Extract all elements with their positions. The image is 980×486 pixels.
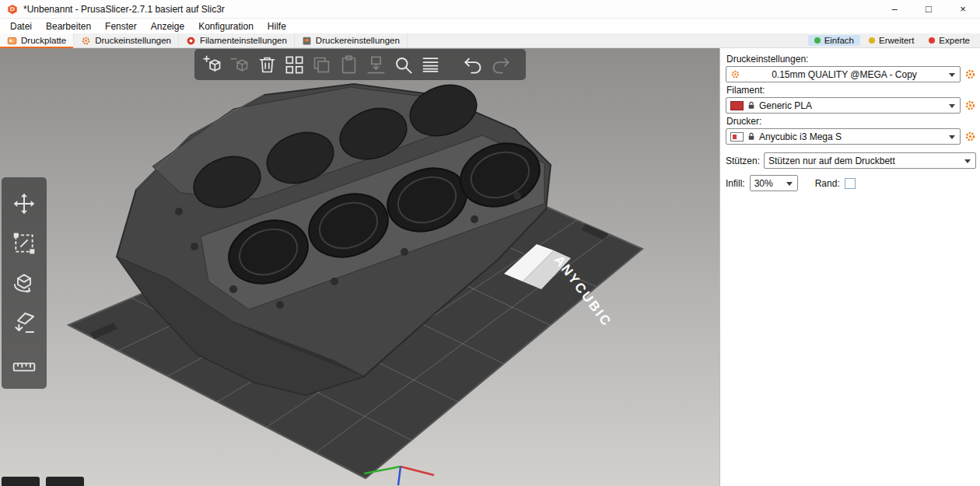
printer-profile-value: Anycubic i3 Mega S [759, 131, 842, 142]
tab-druckplatte[interactable]: Druckplatte [0, 33, 74, 47]
chevron-down-icon [949, 135, 955, 139]
gear-icon [964, 68, 976, 80]
left-toolbar [2, 177, 47, 389]
infill-combo[interactable]: 30% [750, 175, 798, 191]
redo-button[interactable] [490, 54, 511, 75]
search-button[interactable] [393, 54, 414, 75]
delete-all-button[interactable] [257, 54, 278, 75]
printer-profile-combo[interactable]: Anycubic i3 Mega S [726, 128, 961, 145]
paste-icon [338, 54, 359, 75]
mode-dot-green [814, 37, 821, 44]
printer-settings-gear-button[interactable] [964, 131, 976, 142]
menu-item-datei[interactable]: Datei [3, 21, 39, 32]
scale-icon [12, 231, 37, 256]
mode-dot-yellow [869, 37, 875, 44]
mode-label: Erweitert [879, 36, 914, 45]
redo-icon [490, 54, 511, 75]
menu-item-hilfe[interactable]: Hilfe [261, 21, 293, 32]
scale-button[interactable] [12, 231, 37, 256]
copy-button[interactable] [311, 54, 332, 75]
copy-icon [311, 54, 332, 75]
window-close-button[interactable]: × [946, 0, 980, 18]
infill-label: Infill: [726, 178, 745, 189]
move-icon [12, 191, 37, 216]
printer-settings-icon [302, 36, 312, 46]
remove-object-button[interactable] [229, 54, 250, 75]
gear-icon [964, 131, 976, 142]
mode-erweitert[interactable]: Erweitert [863, 35, 920, 46]
main-area: ANYCUBIC [0, 48, 980, 486]
window-maximize-button[interactable]: □ [912, 0, 946, 18]
app-logo-icon [7, 4, 18, 15]
place-on-bed-button[interactable] [366, 54, 387, 75]
variable-layer-height-button[interactable] [420, 54, 441, 75]
mode-label: Einfach [824, 36, 854, 45]
settings-sidebar: Druckeinstellungen: 0.15mm QUALITY @MEGA… [719, 48, 980, 486]
place-on-face-button[interactable] [12, 310, 37, 335]
print-profile-combo[interactable]: 0.15mm QUALITY @MEGA - Copy [726, 66, 961, 82]
mode-einfach[interactable]: Einfach [808, 35, 860, 46]
delete-all-icon [257, 54, 278, 75]
search-icon [393, 54, 414, 75]
filament-profile-value: Generic PLA [759, 100, 812, 111]
lock-icon [747, 100, 755, 110]
variable-layer-height-icon [420, 54, 441, 75]
rotate-button[interactable] [12, 271, 37, 295]
chevron-down-icon [949, 104, 955, 108]
editor-view-thumbnail[interactable] [0, 475, 41, 486]
measure-icon [12, 350, 37, 375]
arrange-button[interactable] [284, 54, 305, 75]
window-minimize-button[interactable]: – [877, 0, 912, 18]
printer-swatch-icon [730, 132, 744, 142]
chevron-down-icon [964, 159, 971, 163]
print-profile-value: 0.15mm QUALITY @MEGA - Copy [744, 69, 944, 80]
chevron-down-icon [949, 73, 955, 77]
move-button[interactable] [12, 191, 37, 216]
add-object-button[interactable] [202, 54, 223, 75]
menubar: Datei Bearbeiten Fenster Anzeige Konfigu… [0, 19, 980, 33]
measure-button[interactable] [12, 350, 37, 375]
supports-combo[interactable]: Stützen nur auf dem Druckbett [764, 152, 976, 169]
rotate-icon [12, 271, 37, 295]
menu-item-bearbeiten[interactable]: Bearbeiten [39, 21, 98, 32]
tab-druckereinstellungen[interactable]: Druckereinstellungen [295, 33, 408, 47]
supports-label: Stützen: [726, 156, 760, 166]
brim-label: Rand: [815, 178, 840, 189]
tab-label: Druckeinstellungen [95, 36, 171, 45]
menu-item-fenster[interactable]: Fenster [98, 21, 144, 32]
chevron-down-icon [786, 182, 793, 186]
tab-label: Druckplatte [21, 36, 66, 45]
filament-profile-combo[interactable]: Generic PLA [726, 97, 961, 114]
titlebar: *Unbenannt - PrusaSlicer-2.7.1 basiert a… [0, 0, 980, 19]
top-toolbar [194, 49, 526, 80]
supports-value: Stützen nur auf dem Druckbett [768, 156, 895, 166]
remove-object-icon [229, 54, 250, 75]
lock-icon [747, 131, 755, 142]
viewport-3d[interactable]: ANYCUBIC [0, 48, 719, 486]
mode-label: Experte [939, 36, 970, 45]
print-settings-gear-button[interactable] [964, 68, 976, 80]
tab-label: Druckereinstellungen [316, 36, 400, 45]
place-on-bed-icon [366, 54, 387, 75]
printer-label: Drucker: [726, 116, 975, 127]
gear-icon [964, 100, 976, 111]
scene-canvas[interactable]: ANYCUBIC [0, 48, 719, 486]
filament-settings-gear-button[interactable] [964, 100, 976, 111]
mode-dot-red [929, 37, 935, 44]
filament-label: Filament: [726, 85, 975, 96]
preview-view-thumbnail[interactable] [44, 475, 86, 486]
menu-item-anzeige[interactable]: Anzeige [144, 21, 191, 32]
filament-color-swatch [730, 101, 744, 110]
brim-checkbox[interactable] [845, 178, 856, 189]
view-thumbnails [0, 475, 86, 486]
tabbar: Druckplatte Druckeinstellungen Filamente… [0, 33, 980, 48]
mode-experte[interactable]: Experte [922, 35, 976, 46]
print-settings-label: Druckeinstellungen: [726, 54, 975, 65]
undo-button[interactable] [463, 54, 484, 75]
menu-item-konfiguration[interactable]: Konfiguration [191, 21, 261, 32]
tab-druckeinstellungen[interactable]: Druckeinstellungen [74, 33, 179, 47]
tab-filamenteinstellungen[interactable]: Filamenteinstellungen [179, 33, 295, 47]
place-on-face-icon [12, 310, 37, 335]
profile-gear-icon [730, 69, 740, 79]
paste-button[interactable] [338, 54, 359, 75]
